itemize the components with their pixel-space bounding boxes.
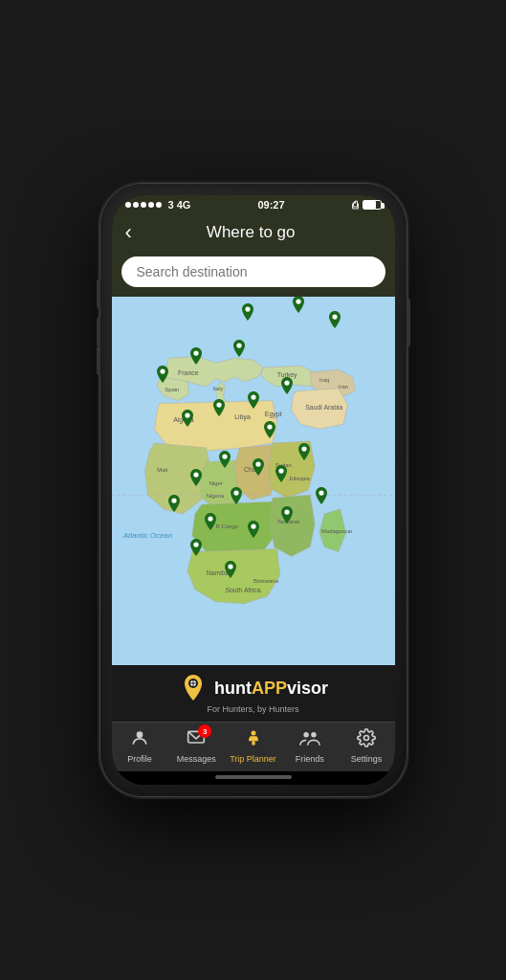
svg-text:Ethiopia: Ethiopia xyxy=(289,477,310,482)
messages-icon: 3 xyxy=(187,728,206,752)
svg-point-38 xyxy=(194,472,199,477)
svg-point-30 xyxy=(236,344,241,348)
svg-point-46 xyxy=(319,491,323,496)
svg-text:Libya: Libya xyxy=(234,413,251,421)
map-pin[interactable] xyxy=(261,421,278,444)
profile-icon xyxy=(130,728,149,752)
tab-messages[interactable]: 3 Messages xyxy=(168,728,225,764)
tab-settings[interactable]: Settings xyxy=(338,728,394,764)
map-pin[interactable] xyxy=(296,443,313,466)
svg-rect-56 xyxy=(252,741,254,745)
svg-point-41 xyxy=(301,446,306,451)
svg-point-35 xyxy=(268,424,273,429)
map-pin[interactable] xyxy=(202,513,219,536)
nav-header: ‹ Where to go xyxy=(112,214,395,251)
svg-text:Iran: Iran xyxy=(338,384,347,390)
svg-point-39 xyxy=(233,491,238,496)
map-pin[interactable] xyxy=(187,539,205,562)
back-button[interactable]: ‹ xyxy=(125,222,132,243)
phone-device: 3 4G 09:27 ⎙ ‹ Where to go xyxy=(100,184,407,796)
svg-point-45 xyxy=(284,509,289,514)
signal-dot xyxy=(148,202,154,208)
bluetooth-icon: ⎙ xyxy=(352,199,359,211)
svg-point-26 xyxy=(194,350,199,355)
svg-text:Botswana: Botswana xyxy=(253,578,279,584)
brand-content: huntAPPvisor xyxy=(178,673,328,703)
map-pin[interactable] xyxy=(216,451,233,474)
map-pin[interactable] xyxy=(210,399,228,422)
map-pin[interactable] xyxy=(231,340,248,363)
tab-friends[interactable]: Friends xyxy=(281,728,338,764)
svg-point-28 xyxy=(296,299,300,303)
map-pin[interactable] xyxy=(165,495,183,518)
map-container[interactable]: France Italy Spain Turkey Iraq Iran Saud… xyxy=(112,297,395,665)
tab-trip-planner[interactable]: Trip Planner xyxy=(225,728,281,764)
brand-name: huntAPPvisor xyxy=(214,679,328,699)
network-label: 3 4G xyxy=(168,199,191,211)
tab-profile-label: Profile xyxy=(127,754,152,764)
home-bar[interactable] xyxy=(215,775,292,779)
search-input[interactable] xyxy=(121,256,385,287)
map-pin[interactable] xyxy=(278,377,296,400)
svg-text:South Africa: South Africa xyxy=(225,587,260,593)
svg-point-32 xyxy=(186,413,190,418)
tab-trip-planner-label: Trip Planner xyxy=(230,754,276,764)
map-pin[interactable] xyxy=(250,458,267,481)
svg-point-40 xyxy=(278,469,283,474)
tab-settings-label: Settings xyxy=(351,754,383,764)
tab-bar: Profile 3 Messages xyxy=(112,722,395,771)
signal-dot xyxy=(125,202,131,208)
svg-point-58 xyxy=(311,732,317,738)
map-pin[interactable] xyxy=(326,311,343,334)
svg-point-29 xyxy=(333,314,338,319)
svg-text:Niger: Niger xyxy=(209,480,222,486)
svg-point-27 xyxy=(245,306,250,311)
svg-point-48 xyxy=(194,543,199,547)
tab-profile[interactable]: Profile xyxy=(112,728,168,764)
map-pin[interactable] xyxy=(273,465,290,488)
status-left: 3 4G xyxy=(125,199,191,211)
svg-point-34 xyxy=(251,395,255,400)
signal-dot xyxy=(156,202,162,208)
svg-text:Nigeria: Nigeria xyxy=(206,493,224,499)
svg-text:Mali: Mali xyxy=(157,467,167,473)
battery-icon xyxy=(363,200,382,210)
map-pin[interactable] xyxy=(245,521,262,544)
map-pin[interactable] xyxy=(228,487,245,510)
map-pin[interactable] xyxy=(187,469,205,492)
svg-point-37 xyxy=(256,461,261,466)
map-pin[interactable] xyxy=(278,506,296,529)
brand-banner: huntAPPvisor For Hunters, by Hunters xyxy=(112,665,395,722)
svg-point-55 xyxy=(251,731,255,736)
status-right: ⎙ xyxy=(352,199,382,211)
signal-dot xyxy=(133,202,139,208)
map-pin[interactable] xyxy=(245,391,262,414)
map-pin[interactable] xyxy=(179,410,196,433)
svg-point-47 xyxy=(228,565,232,569)
time-display: 09:27 xyxy=(257,199,284,211)
map-pin[interactable] xyxy=(187,347,205,370)
map-pin[interactable] xyxy=(239,303,256,326)
map-pin[interactable] xyxy=(154,366,171,389)
brand-logo-icon xyxy=(178,673,209,703)
svg-text:France: France xyxy=(178,369,199,376)
svg-point-57 xyxy=(303,732,309,738)
svg-point-31 xyxy=(284,380,289,385)
svg-text:Egypt: Egypt xyxy=(264,411,281,418)
svg-text:Italy: Italy xyxy=(212,386,223,391)
signal-dot xyxy=(141,202,146,208)
svg-point-59 xyxy=(363,736,368,741)
messages-badge: 3 xyxy=(198,724,211,738)
map-pin[interactable] xyxy=(222,561,239,584)
map-pin[interactable] xyxy=(313,487,330,510)
map-pin[interactable] xyxy=(290,297,307,319)
tab-messages-label: Messages xyxy=(177,754,216,764)
home-indicator xyxy=(112,771,395,785)
friends-icon xyxy=(299,728,320,752)
tab-friends-label: Friends xyxy=(296,754,324,764)
svg-point-36 xyxy=(222,454,227,458)
search-container xyxy=(112,251,395,297)
svg-point-42 xyxy=(171,498,176,502)
battery-fill xyxy=(363,201,377,209)
svg-text:Madagascar: Madagascar xyxy=(321,528,353,534)
